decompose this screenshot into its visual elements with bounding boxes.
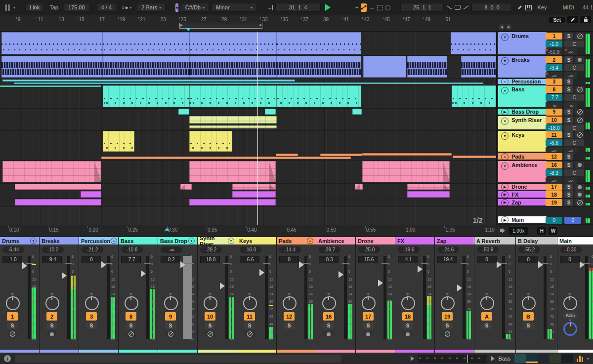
- fader-handle[interactable]: [22, 262, 27, 269]
- fold-icon[interactable]: ▼: [501, 34, 508, 41]
- clip[interactable]: [277, 32, 361, 54]
- pan-field[interactable]: C: [564, 139, 584, 146]
- arm-button[interactable]: [244, 331, 255, 337]
- mixer-track-name[interactable]: Zap: [435, 237, 474, 244]
- tempo-field[interactable]: 175.00: [64, 3, 89, 12]
- track-number-button[interactable]: B: [523, 312, 534, 321]
- clip[interactable]: [453, 156, 497, 158]
- loop-start-time-marker[interactable]: [165, 228, 169, 231]
- track-number-button[interactable]: 10: [546, 117, 562, 123]
- solo-button[interactable]: S: [564, 33, 573, 40]
- clip[interactable]: [103, 131, 134, 152]
- time-signature-field[interactable]: 4 / 4: [97, 3, 116, 12]
- fader-value-field[interactable]: -15.6: [358, 256, 378, 263]
- track-number-button[interactable]: 3: [86, 312, 97, 321]
- solo-button[interactable]: S: [564, 109, 573, 116]
- fold-icon[interactable]: ≡: [501, 78, 508, 85]
- pan-field[interactable]: C: [564, 64, 584, 71]
- app-menu-icon[interactable]: [4, 4, 11, 11]
- arm-button[interactable]: [402, 331, 413, 337]
- clip[interactable]: [461, 56, 496, 78]
- peak-level-field[interactable]: -19.6: [398, 246, 420, 253]
- fader-value-field[interactable]: -18.0: [200, 256, 220, 263]
- midi-indicator[interactable]: MIDI: [559, 3, 577, 11]
- fold-icon[interactable]: ▼: [501, 87, 508, 94]
- meter-peak-left[interactable]: -∞: [546, 102, 562, 109]
- solo-button[interactable]: S: [564, 162, 573, 168]
- mixer-track-name[interactable]: Drone: [356, 237, 395, 244]
- clip[interactable]: [103, 32, 189, 54]
- clip-preview-play-icon[interactable]: [411, 356, 414, 361]
- solo-button[interactable]: S: [126, 323, 136, 329]
- arm-button[interactable]: [7, 331, 18, 337]
- peak-level-field[interactable]: -∞: [161, 246, 182, 253]
- track-header-percussion[interactable]: ≡Percussion3S: [497, 79, 593, 85]
- mixer-track-name[interactable]: A Reverb: [474, 237, 515, 244]
- fader-track[interactable]: [107, 256, 110, 339]
- clip[interactable]: [320, 154, 362, 156]
- peak-level-field[interactable]: -10.2: [42, 246, 64, 253]
- fader-track[interactable]: [344, 256, 347, 339]
- solo-button[interactable]: S: [284, 323, 295, 329]
- track-number-button[interactable]: A: [481, 312, 492, 321]
- fader-handle[interactable]: [299, 261, 304, 268]
- track-number-button[interactable]: 16: [323, 312, 334, 321]
- mixer-strip-bass-drop[interactable]: Bass Drop▼-∞-0.26061218243036424854609S: [158, 237, 198, 353]
- track-header-breaks[interactable]: ▼Breaks2S-9.4C-∞-∞: [497, 55, 593, 79]
- arm-button[interactable]: [575, 184, 584, 191]
- track-number-button[interactable]: 12: [546, 153, 562, 160]
- mixer-strip-a-reverb[interactable]: A Reverb-50.90606121824303642485460AS: [474, 237, 516, 353]
- track-number-button[interactable]: 11: [546, 131, 562, 138]
- fold-icon[interactable]: ▶: [501, 199, 508, 206]
- track-name[interactable]: ▶Main: [498, 216, 547, 223]
- set-locator-button[interactable]: Set: [549, 17, 565, 23]
- track-header-fx[interactable]: ▶FX18S: [497, 191, 593, 199]
- overdub-button[interactable]: +: [355, 3, 358, 12]
- mixer-track-name[interactable]: FX: [395, 237, 434, 244]
- solo-button[interactable]: S: [564, 153, 573, 160]
- key-map-button[interactable]: Key: [534, 3, 550, 11]
- clip[interactable]: [362, 153, 452, 156]
- output-meter-icon[interactable]: [577, 355, 583, 362]
- track-number-button[interactable]: 17: [363, 312, 374, 321]
- peak-level-field[interactable]: -16.0: [240, 246, 261, 253]
- app-menu-caret-icon[interactable]: ▾: [13, 5, 15, 10]
- track-header-drone[interactable]: ▶Drone17S: [497, 183, 593, 191]
- fader-track[interactable]: [544, 256, 547, 339]
- fader-handle[interactable]: [378, 280, 383, 286]
- fader-value-field[interactable]: -4.1: [398, 256, 418, 263]
- solo-button[interactable]: S: [564, 199, 573, 206]
- mixer-track-name[interactable]: B Delay: [516, 237, 557, 244]
- time-ruler[interactable]: 0:100:150:200:250:300:350:400:450:500:55…: [0, 225, 497, 237]
- fader-value-field[interactable]: 0: [279, 256, 299, 263]
- pan-knob[interactable]: [283, 296, 296, 310]
- arm-button[interactable]: [575, 162, 584, 168]
- fader-value-field[interactable]: 0: [560, 256, 580, 263]
- bar-ruler[interactable]: 9111315171921232527293133353739414345474…: [0, 15, 497, 31]
- link-button[interactable]: Link: [25, 3, 44, 12]
- clip[interactable]: [81, 191, 101, 198]
- clip[interactable]: [1, 56, 103, 78]
- mixer-track-name[interactable]: Percussion≡: [79, 237, 118, 244]
- track-number-button[interactable]: 10: [205, 312, 215, 321]
- clip[interactable]: [407, 191, 450, 198]
- mixer-strip-fx[interactable]: FX-19.6-4.160612182430364248546018S: [395, 237, 435, 353]
- fader-value-field[interactable]: -9.4: [42, 256, 62, 263]
- metronome-button[interactable]: ○●▾: [119, 3, 134, 11]
- track-header-bass[interactable]: ▼Bass8S-7.7C-∞-∞: [497, 85, 593, 109]
- mixer-strip-keys[interactable]: Keys-16.0-6.660612182430364248546011S: [237, 237, 277, 353]
- solo-button[interactable]: S: [564, 79, 573, 85]
- mixer-strip-ambience[interactable]: Ambience-29.7-8.360612182430364248546016…: [316, 237, 356, 353]
- fader-value-field[interactable]: -7.7: [121, 256, 141, 263]
- play-button[interactable]: [325, 4, 331, 11]
- fader-handle[interactable]: [538, 261, 543, 268]
- fold-icon[interactable]: ▼: [30, 238, 37, 244]
- track-number-button[interactable]: 17: [546, 184, 562, 191]
- track-number-button[interactable]: 18: [546, 191, 562, 198]
- punch-out-button[interactable]: [463, 3, 469, 12]
- track-header-main[interactable]: ▶Main00: [497, 216, 593, 225]
- fader-handle[interactable]: [580, 261, 585, 268]
- solo-button[interactable]: S: [363, 323, 374, 329]
- clip[interactable]: [189, 85, 277, 107]
- main-pan-field[interactable]: 0: [564, 217, 581, 224]
